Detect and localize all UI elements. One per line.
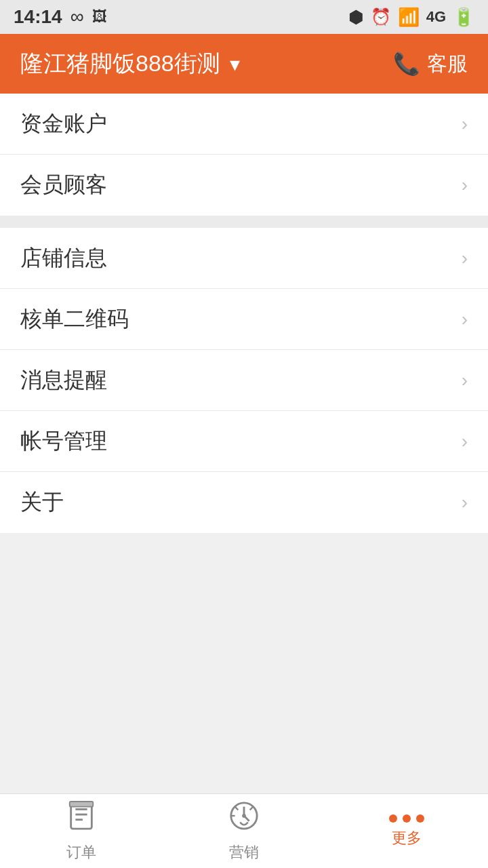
navbar: 隆江猪脚饭888街测 ▾ 📞 客服 bbox=[0, 34, 488, 94]
arrow-icon-qrcode: › bbox=[462, 309, 468, 330]
svg-rect-4 bbox=[70, 801, 94, 806]
menu-item-notifications-label: 消息提醒 bbox=[20, 366, 107, 395]
svg-line-11 bbox=[250, 806, 253, 810]
wifi-icon: 📶 bbox=[398, 7, 420, 28]
alarm-icon: ⏰ bbox=[371, 7, 391, 26]
menu-item-shop-info[interactable]: 店铺信息 › bbox=[0, 228, 488, 289]
menu-item-qrcode[interactable]: 核单二维码 › bbox=[0, 289, 488, 350]
menu-item-members[interactable]: 会员顾客 › bbox=[0, 155, 488, 216]
signal-icon: 4G bbox=[426, 8, 446, 26]
service-label: 客服 bbox=[427, 50, 468, 78]
section-divider bbox=[0, 216, 488, 228]
tab-more-label: 更多 bbox=[392, 828, 422, 848]
content-area bbox=[0, 533, 488, 793]
svg-point-9 bbox=[242, 814, 246, 818]
phone-icon: 📞 bbox=[393, 51, 420, 77]
arrow-icon-funds: › bbox=[462, 113, 468, 135]
status-right: ⬢ ⏰ 📶 4G 🔋 bbox=[348, 7, 474, 28]
status-bar: 14:14 ∞ 🖼 ⬢ ⏰ 📶 4G 🔋 bbox=[0, 0, 488, 34]
tab-bar: 订单 营销 更多 bbox=[0, 793, 488, 868]
arrow-icon-account: › bbox=[462, 431, 468, 452]
menu-group-1: 资金账户 › 会员顾客 › bbox=[0, 94, 488, 216]
menu-item-funds[interactable]: 资金账户 › bbox=[0, 94, 488, 155]
tab-marketing[interactable]: 营销 bbox=[163, 800, 325, 863]
customer-service-button[interactable]: 📞 客服 bbox=[393, 50, 468, 78]
bluetooth-icon: ⬢ bbox=[348, 7, 364, 28]
menu-item-notifications[interactable]: 消息提醒 › bbox=[0, 350, 488, 411]
menu-group-2: 店铺信息 › 核单二维码 › 消息提醒 › 帐号管理 › 关于 › bbox=[0, 228, 488, 533]
arrow-icon-notifications: › bbox=[462, 370, 468, 391]
arrow-icon-members: › bbox=[462, 174, 468, 196]
menu-item-funds-label: 资金账户 bbox=[20, 109, 107, 139]
orders-icon bbox=[66, 800, 97, 838]
tab-marketing-label: 营销 bbox=[229, 842, 259, 863]
arrow-icon-about: › bbox=[462, 492, 468, 513]
menu-item-account[interactable]: 帐号管理 › bbox=[0, 411, 488, 472]
menu-item-about[interactable]: 关于 › bbox=[0, 472, 488, 533]
tab-orders[interactable]: 订单 bbox=[0, 800, 163, 863]
menu-item-members-label: 会员顾客 bbox=[20, 170, 107, 200]
arrow-icon-shop-info: › bbox=[462, 248, 468, 269]
more-icon bbox=[389, 814, 424, 823]
infinity-icon: ∞ bbox=[70, 6, 84, 28]
status-time: 14:14 bbox=[14, 6, 62, 28]
menu-item-account-label: 帐号管理 bbox=[20, 427, 107, 456]
navbar-title: 隆江猪脚饭888街测 bbox=[20, 48, 220, 79]
marketing-icon bbox=[228, 800, 260, 838]
chevron-down-icon[interactable]: ▾ bbox=[230, 52, 240, 76]
menu-item-qrcode-label: 核单二维码 bbox=[20, 304, 129, 334]
menu-item-shop-info-label: 店铺信息 bbox=[20, 243, 107, 273]
tab-more[interactable]: 更多 bbox=[325, 814, 488, 848]
battery-icon: 🔋 bbox=[453, 7, 474, 28]
tab-orders-label: 订单 bbox=[66, 842, 96, 863]
status-left: 14:14 ∞ 🖼 bbox=[14, 6, 107, 28]
svg-line-10 bbox=[235, 806, 239, 810]
image-icon: 🖼 bbox=[92, 8, 107, 26]
menu-item-about-label: 关于 bbox=[20, 488, 64, 517]
navbar-title-area[interactable]: 隆江猪脚饭888街测 ▾ bbox=[20, 48, 240, 79]
